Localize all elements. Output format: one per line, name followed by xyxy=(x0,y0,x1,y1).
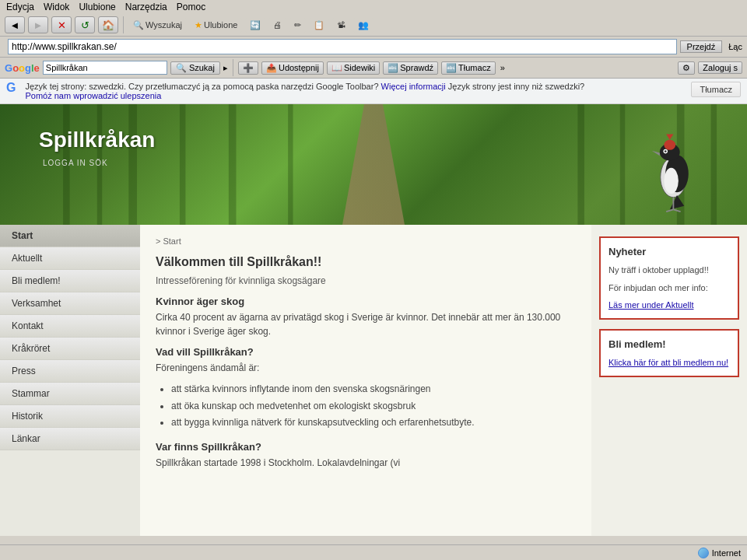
sidebar-item-start[interactable]: Start xyxy=(0,225,140,247)
tlumacz-button[interactable]: 🔤 Tłumacz xyxy=(441,61,496,75)
internet-icon xyxy=(698,548,709,558)
site-tagline: LOGGA IN SÖK xyxy=(43,159,108,167)
page-subtitle: Intresseförening för kvinnliga skogsägar… xyxy=(156,275,576,286)
menu-edycja[interactable]: Edycja xyxy=(6,2,34,12)
more-info-link[interactable]: Więcej informacji xyxy=(381,82,446,91)
search-icon: 🔍 xyxy=(176,63,187,72)
section2-heading: Vad vill Spillkråkan? xyxy=(156,346,576,358)
status-bar: Internet xyxy=(0,544,747,560)
google-search-button[interactable]: 🔍 Szukaj xyxy=(170,61,220,75)
sidebar-item-bli-medlem[interactable]: Bli medlem! xyxy=(0,270,140,292)
star-icon: ★ xyxy=(195,20,202,30)
help-link[interactable]: Pomóż nam wprowadzić ulepszenia xyxy=(25,91,161,100)
list-item: att stärka kvinnors inflytande inom den … xyxy=(171,381,576,398)
list-item: att bygga kvinnliga nätverk för kunskaps… xyxy=(171,415,576,432)
svg-point-18 xyxy=(665,150,667,152)
google-sep1 xyxy=(233,59,233,76)
website-frame: Spillkråkan LOGGA IN SÖK xyxy=(0,104,747,536)
print-button[interactable]: 🖨 xyxy=(268,18,286,32)
print-icon: 🖨 xyxy=(273,20,282,30)
sidebar-item-krakroret[interactable]: Kråkröret xyxy=(0,338,140,360)
svg-point-12 xyxy=(664,168,678,194)
home-button[interactable]: 🏠 xyxy=(98,16,118,33)
translate-button[interactable]: Tłumacz xyxy=(691,82,741,97)
google-toolbar: Google 🔍 Szukaj ▸ ➕ 📤 Udostępnij 📖 Sidew… xyxy=(0,58,747,79)
sidewiki-icon: 📖 xyxy=(331,63,342,73)
tree-overlay xyxy=(0,104,747,225)
address-input[interactable] xyxy=(8,39,677,54)
contacts-icon: 👥 xyxy=(358,20,369,30)
contacts-button[interactable]: 👥 xyxy=(353,18,374,33)
bli-member-box: Bli medlem! Klicka här för att bli medle… xyxy=(599,329,739,377)
edit-button[interactable]: ✏ xyxy=(289,18,306,33)
main-toolbar: ◄ ► ✕ ↺ 🏠 🔍 Wyszukaj ★ Ulubione 🔄 🖨 ✏ 📋 … xyxy=(0,14,747,37)
section2-subtitle: Föreningens ändamål är: xyxy=(156,361,576,375)
sidebar-item-kontakt[interactable]: Kontakt xyxy=(0,315,140,338)
sidebar-item-press[interactable]: Press xyxy=(0,360,140,383)
menu-widok[interactable]: Widok xyxy=(44,2,69,12)
bli-member-link[interactable]: Klicka här för att bli medlem nu! xyxy=(608,358,728,367)
site-banner: Spillkråkan LOGGA IN SÖK xyxy=(0,104,747,225)
sidebar-item-lankar[interactable]: Länkar xyxy=(0,428,140,450)
menu-pomoc[interactable]: Pomoc xyxy=(177,2,205,12)
sidebar: Start Aktuellt Bli medlem! Verksamhet Ko… xyxy=(0,225,140,536)
minimize-button[interactable]: 📽 xyxy=(332,18,350,32)
translate-bar-content: Język tej strony: szwedzki. Czy przetłum… xyxy=(25,82,685,100)
sidewiki-button[interactable]: 📖 Sidewiki xyxy=(327,61,380,75)
bullet-list: att stärka kvinnors inflytande inom den … xyxy=(171,381,576,432)
svg-line-21 xyxy=(666,209,673,212)
internet-status: Internet xyxy=(698,548,741,558)
main-content-area: > Start Välkommen till Spillkråkan!! Int… xyxy=(140,225,591,536)
section3-heading: Var finns Spillkråkan? xyxy=(156,441,576,453)
more2-btn[interactable]: » xyxy=(500,63,505,72)
forward-button[interactable]: ► xyxy=(28,16,48,33)
site-content: Start Aktuellt Bli medlem! Verksamhet Ko… xyxy=(0,225,747,536)
sprawdz-button[interactable]: 🔤 Sprawdź xyxy=(383,61,438,75)
menu-narzedzia[interactable]: Narzędzia xyxy=(125,2,167,12)
settings-button[interactable]: ⚙ xyxy=(678,61,695,75)
udostepnij-button[interactable]: 📤 Udostępnij xyxy=(261,61,324,75)
refresh-button[interactable]: ↺ xyxy=(75,16,95,33)
svg-point-14 xyxy=(664,140,675,150)
back-button[interactable]: ◄ xyxy=(5,16,25,33)
add-button[interactable]: ➕ xyxy=(238,61,258,75)
site-title: Spillkråkan xyxy=(39,128,155,152)
more-btn[interactable]: ▸ xyxy=(223,63,228,73)
media-icon: 📋 xyxy=(314,20,324,30)
mail-button[interactable]: 🔄 xyxy=(245,18,265,33)
google-logo: Google xyxy=(5,62,40,74)
go-button[interactable]: Przejdź xyxy=(680,40,723,53)
tabs-icon: Łąc xyxy=(728,42,742,51)
google-g-logo: G xyxy=(6,82,16,94)
nyheter-link[interactable]: Läs mer under Aktuellt xyxy=(608,300,693,310)
check-icon: 🔤 xyxy=(388,63,398,73)
sidebar-item-verksamhet[interactable]: Verksamhet xyxy=(0,292,140,315)
sidebar-item-historik[interactable]: Historik xyxy=(0,405,140,428)
stop-button[interactable]: ✕ xyxy=(51,16,72,33)
section1-text: Cirka 40 procent av ägarna av privatägd … xyxy=(156,310,576,338)
list-item: att öka kunskap och medvetenhet om ekolo… xyxy=(171,398,576,415)
right-sidebar: Nyheter Ny träff i oktober upplagd!! För… xyxy=(591,225,747,536)
sidebar-item-aktuellt[interactable]: Aktuellt xyxy=(0,247,140,270)
section1-heading: Kvinnor äger skog xyxy=(156,296,576,307)
search-toolbar-button[interactable]: 🔍 Wyszukaj xyxy=(128,18,187,33)
translate-icon: 🔤 xyxy=(446,63,457,73)
sidebar-item-stammar[interactable]: Stammar xyxy=(0,383,140,405)
share-icon: 📤 xyxy=(266,63,277,73)
google-search-input[interactable] xyxy=(43,61,167,75)
bli-member-title: Bli medlem! xyxy=(608,338,730,350)
mail-icon: 🔄 xyxy=(250,20,261,30)
zaloguj-button[interactable]: Zaloguj s xyxy=(698,61,742,74)
toolbar-separator xyxy=(123,16,124,33)
translate-bar: G Język tej strony: szwedzki. Czy przetł… xyxy=(0,79,747,104)
page-title: Välkommen till Spillkråkan!! xyxy=(156,255,576,269)
search-icon: 🔍 xyxy=(133,20,144,30)
favorites-button[interactable]: ★ Ulubione xyxy=(190,18,242,33)
nyheter-text1: Ny träff i oktober upplagd!! xyxy=(608,264,730,277)
address-bar: Przejdź Łąc xyxy=(0,37,747,58)
media-button[interactable]: 📋 xyxy=(309,18,329,33)
menu-ulubione[interactable]: Ulubione xyxy=(79,2,115,12)
woodpecker-image xyxy=(646,120,708,213)
svg-marker-16 xyxy=(652,151,660,156)
svg-line-22 xyxy=(673,209,680,212)
